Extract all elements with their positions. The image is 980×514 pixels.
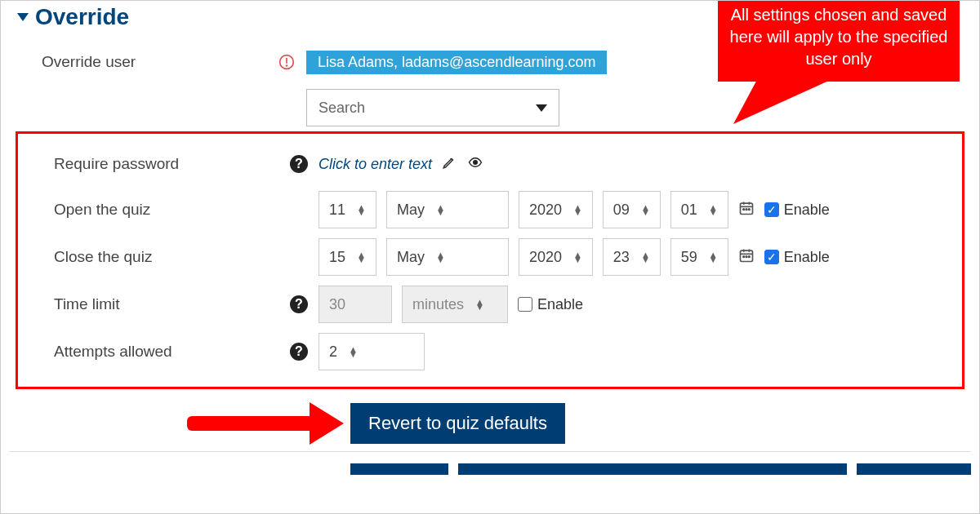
label-time-limit: Time limit xyxy=(54,295,283,313)
label-open-quiz: Open the quiz xyxy=(54,201,283,219)
svg-point-3 xyxy=(474,160,478,164)
sort-icon: ▲▼ xyxy=(709,252,718,262)
eye-icon[interactable] xyxy=(466,155,484,174)
button-stub[interactable] xyxy=(857,463,971,475)
calendar-icon[interactable] xyxy=(738,200,755,220)
close-hour-select[interactable]: 23▲▼ xyxy=(603,238,661,276)
sort-icon: ▲▼ xyxy=(573,252,582,262)
close-year-select[interactable]: 2020▲▼ xyxy=(519,238,593,276)
svg-point-17 xyxy=(748,255,750,257)
close-enable-label: Enable xyxy=(784,249,830,266)
sort-icon: ▲▼ xyxy=(357,252,366,262)
close-month-select[interactable]: May▲▼ xyxy=(386,238,509,276)
button-stub[interactable] xyxy=(458,463,847,475)
label-attempts: Attempts allowed xyxy=(54,343,283,361)
annotation-arrow-icon xyxy=(187,402,344,445)
required-icon xyxy=(270,54,303,70)
help-icon-timelimit[interactable]: ? xyxy=(283,295,315,313)
open-enable-checkbox[interactable]: ✓ Enable xyxy=(764,202,830,219)
bottom-button-row xyxy=(9,452,971,475)
row-password: Require password ? Click to enter text xyxy=(21,142,960,186)
sort-icon: ▲▼ xyxy=(436,252,445,262)
highlight-box: Require password ? Click to enter text O… xyxy=(16,131,964,389)
checkbox-checked-icon: ✓ xyxy=(764,202,779,217)
row-time-limit: Time limit ? 30 minutes▲▼ Enable xyxy=(21,281,960,328)
pencil-icon[interactable] xyxy=(442,155,457,174)
password-input[interactable]: Click to enter text xyxy=(318,156,432,173)
sort-icon: ▲▼ xyxy=(357,205,366,215)
row-revert: Revert to quiz defaults xyxy=(9,394,971,452)
chevron-down-icon xyxy=(536,104,547,112)
svg-point-9 xyxy=(746,208,747,210)
open-enable-label: Enable xyxy=(784,202,830,219)
close-day-select[interactable]: 15▲▼ xyxy=(318,238,376,276)
svg-point-8 xyxy=(743,208,745,210)
collapse-icon xyxy=(17,13,29,21)
close-enable-checkbox[interactable]: ✓ Enable xyxy=(764,249,830,266)
svg-point-2 xyxy=(286,64,288,67)
timelimit-value-input[interactable]: 30 xyxy=(318,286,392,323)
attempts-select[interactable]: 2▲▼ xyxy=(318,333,425,370)
open-minute-select[interactable]: 01▲▼ xyxy=(670,191,728,228)
callout-text: All settings chosen and saved here will … xyxy=(730,6,948,68)
row-close-quiz: Close the quiz 15▲▼ May▲▼ 2020▲▼ 23▲▼ 59… xyxy=(21,233,960,281)
button-stub[interactable] xyxy=(350,463,448,475)
revert-button[interactable]: Revert to quiz defaults xyxy=(350,403,565,444)
user-search-select[interactable]: Search xyxy=(306,89,559,126)
sort-icon: ▲▼ xyxy=(475,299,484,309)
timelimit-enable-label: Enable xyxy=(537,296,583,313)
calendar-icon[interactable] xyxy=(738,247,755,268)
help-icon-password[interactable]: ? xyxy=(283,155,315,173)
timelimit-enable-checkbox[interactable]: Enable xyxy=(518,296,583,313)
open-hour-select[interactable]: 09▲▼ xyxy=(603,191,661,228)
help-icon-attempts[interactable]: ? xyxy=(283,343,315,361)
close-minute-select[interactable]: 59▲▼ xyxy=(670,238,728,276)
sort-icon: ▲▼ xyxy=(436,205,445,215)
row-open-quiz: Open the quiz 11▲▼ May▲▼ 2020▲▼ 09▲▼ 01▲… xyxy=(21,186,960,233)
sort-icon: ▲▼ xyxy=(709,205,718,215)
selected-user-chip[interactable]: Lisa Adams, ladams@ascendlearning.com xyxy=(306,51,607,74)
info-callout: All settings chosen and saved here will … xyxy=(718,1,960,82)
timelimit-unit-select[interactable]: minutes▲▼ xyxy=(402,286,508,323)
label-password: Require password xyxy=(54,155,283,173)
open-year-select[interactable]: 2020▲▼ xyxy=(519,191,593,228)
svg-point-10 xyxy=(748,208,750,210)
row-attempts: Attempts allowed ? 2▲▼ xyxy=(21,328,960,375)
svg-point-16 xyxy=(746,255,747,257)
label-close-quiz: Close the quiz xyxy=(54,248,283,266)
label-override-user: Override user xyxy=(42,53,270,71)
section-title: Override xyxy=(35,4,129,30)
sort-icon: ▲▼ xyxy=(573,205,582,215)
checkbox-unchecked-icon xyxy=(518,297,532,312)
sort-icon: ▲▼ xyxy=(349,347,358,357)
sort-icon: ▲▼ xyxy=(641,252,650,262)
open-day-select[interactable]: 11▲▼ xyxy=(318,191,376,228)
sort-icon: ▲▼ xyxy=(641,205,650,215)
svg-point-15 xyxy=(743,255,745,257)
checkbox-checked-icon: ✓ xyxy=(764,250,779,264)
search-placeholder: Search xyxy=(318,100,365,117)
open-month-select[interactable]: May▲▼ xyxy=(386,191,509,228)
